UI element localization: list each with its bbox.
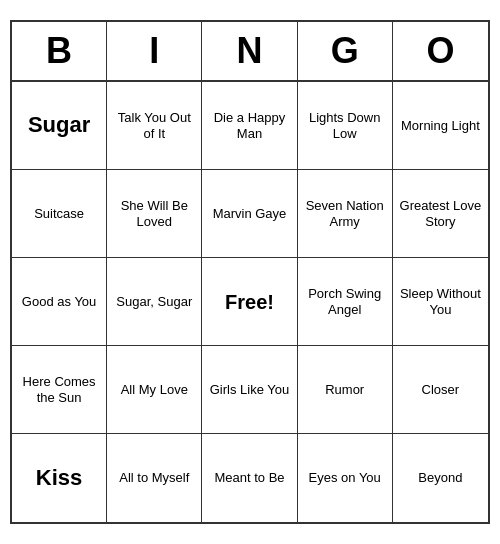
bingo-cell: Closer [393, 346, 488, 434]
header-letter: G [298, 22, 393, 80]
header-letter: B [12, 22, 107, 80]
bingo-cell: Greatest Love Story [393, 170, 488, 258]
bingo-cell: Talk You Out of It [107, 82, 202, 170]
bingo-cell: Sleep Without You [393, 258, 488, 346]
bingo-grid: SugarTalk You Out of ItDie a Happy ManLi… [12, 82, 488, 522]
bingo-cell: Seven Nation Army [298, 170, 393, 258]
bingo-card: BINGO SugarTalk You Out of ItDie a Happy… [10, 20, 490, 524]
bingo-cell: Rumor [298, 346, 393, 434]
header-letter: I [107, 22, 202, 80]
bingo-cell: Porch Swing Angel [298, 258, 393, 346]
bingo-header: BINGO [12, 22, 488, 82]
bingo-cell: Kiss [12, 434, 107, 522]
bingo-cell: Good as You [12, 258, 107, 346]
bingo-cell: Sugar, Sugar [107, 258, 202, 346]
bingo-cell: Beyond [393, 434, 488, 522]
bingo-cell: She Will Be Loved [107, 170, 202, 258]
bingo-cell: Marvin Gaye [202, 170, 297, 258]
free-space: Free! [202, 258, 297, 346]
bingo-cell: Girls Like You [202, 346, 297, 434]
bingo-cell: Meant to Be [202, 434, 297, 522]
bingo-cell: Morning Light [393, 82, 488, 170]
bingo-cell: All to Myself [107, 434, 202, 522]
bingo-cell: Here Comes the Sun [12, 346, 107, 434]
bingo-cell: All My Love [107, 346, 202, 434]
bingo-cell: Eyes on You [298, 434, 393, 522]
bingo-cell: Sugar [12, 82, 107, 170]
bingo-cell: Lights Down Low [298, 82, 393, 170]
header-letter: N [202, 22, 297, 80]
bingo-cell: Die a Happy Man [202, 82, 297, 170]
header-letter: O [393, 22, 488, 80]
bingo-cell: Suitcase [12, 170, 107, 258]
